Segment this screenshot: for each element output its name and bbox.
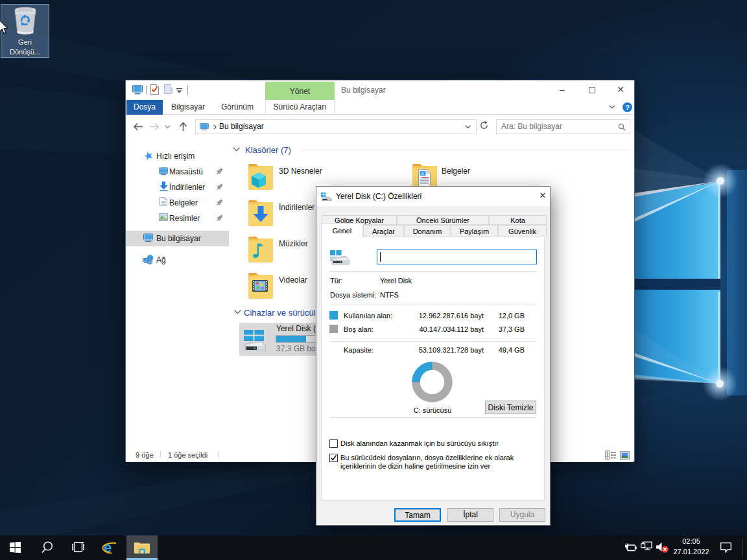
svg-text:?: ?: [625, 104, 630, 111]
svg-text:A: A: [420, 171, 424, 176]
